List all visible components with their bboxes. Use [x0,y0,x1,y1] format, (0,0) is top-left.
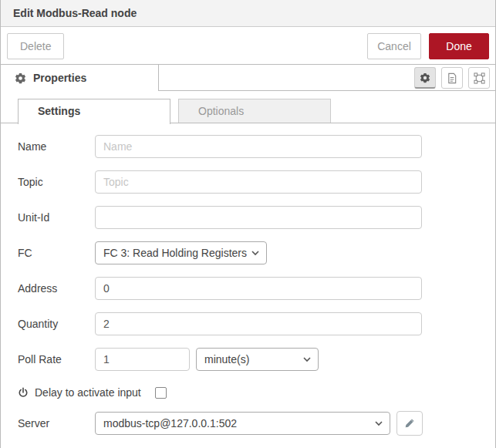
poll-rate-input[interactable] [95,348,190,371]
fc-select-value: FC 3: Read Holding Registers [103,247,247,259]
done-button[interactable]: Done [429,33,489,59]
properties-gear-button[interactable] [414,67,436,89]
gear-icon [420,72,430,83]
topic-label: Topic [18,176,95,188]
tab-properties-label: Properties [33,72,86,84]
quantity-input[interactable] [95,312,422,335]
tab-properties[interactable]: Properties [1,65,159,91]
unit-id-row: Unit-Id [18,206,422,229]
poll-rate-unit-value: minute(s) [204,353,249,365]
edit-node-dialog: Edit Modbus-Read node Delete Cancel Done… [0,0,496,448]
description-doc-button[interactable] [441,67,463,89]
poll-rate-unit-select[interactable]: minute(s) [196,348,319,371]
power-icon [18,387,29,399]
address-row: Address [18,277,422,300]
edit-server-button[interactable] [396,411,423,436]
address-input[interactable] [95,277,422,300]
appearance-icon [474,72,485,84]
tab-settings[interactable]: Settings [18,99,170,124]
editor-tab-icons [414,67,490,89]
quantity-label: Quantity [18,318,95,330]
delay-checkbox[interactable] [155,387,167,399]
delay-label: Delay to activate input [35,386,141,399]
delay-row: Delay to activate input [18,383,495,402]
poll-rate-label: Poll Rate [18,353,95,365]
server-row: Server modbus-tcp@127.0.0.1:502 [18,411,422,436]
fc-label: FC [18,247,95,259]
editor-tab-bar: Properties [1,65,495,91]
settings-tab-bar: Settings Optionals [1,91,495,123]
chevron-down-icon [303,357,311,362]
dialog-button-bar: Delete Cancel Done [1,27,495,65]
pencil-icon [404,418,415,429]
topic-input[interactable] [95,170,422,194]
fc-row: FC FC 3: Read Holding Registers [18,241,422,264]
unit-id-input[interactable] [95,206,422,229]
name-input[interactable] [95,135,422,158]
settings-form: Name Topic Unit-Id FC FC 3: Read Holding… [1,123,495,436]
unit-id-label: Unit-Id [18,211,95,224]
name-row: Name [18,135,422,158]
name-label: Name [18,140,95,153]
server-label: Server [18,417,95,429]
dialog-title: Edit Modbus-Read node [13,7,137,19]
gear-icon [15,72,26,84]
quantity-row: Quantity [18,312,422,335]
dialog-header: Edit Modbus-Read node [1,0,495,27]
chevron-down-icon [251,251,259,256]
cancel-button[interactable]: Cancel [367,33,421,59]
fc-select[interactable]: FC 3: Read Holding Registers [95,241,267,264]
topic-row: Topic [18,170,422,194]
appearance-button[interactable] [468,67,490,89]
server-select-value: modbus-tcp@127.0.0.1:502 [103,417,237,429]
delete-button[interactable]: Delete [7,33,64,59]
tab-optionals[interactable]: Optionals [178,99,331,123]
chevron-down-icon [375,421,383,426]
address-label: Address [18,282,95,295]
document-icon [447,72,457,84]
poll-rate-row: Poll Rate minute(s) [18,348,422,371]
server-select[interactable]: modbus-tcp@127.0.0.1:502 [95,412,390,435]
